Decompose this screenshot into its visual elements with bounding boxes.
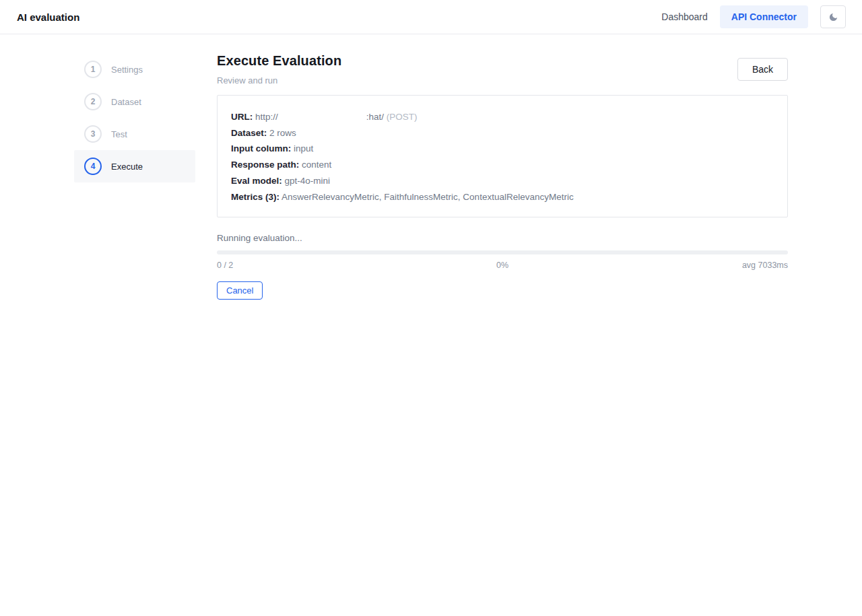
summary-eval-model-line: Eval model: gpt-4o-mini (231, 173, 774, 189)
page-title: Execute Evaluation (217, 53, 341, 69)
progress-avg-latency: avg 7033ms (597, 261, 788, 270)
progress-percent: 0% (407, 261, 598, 270)
step-number-badge: 3 (84, 125, 102, 143)
evaluation-summary-box: URL: http://:hat/ (POST) Dataset: 2 rows… (217, 95, 788, 217)
response-path-value: content (302, 160, 331, 170)
metrics-label: Metrics (3): (231, 192, 279, 202)
eval-model-value: gpt-4o-mini (285, 176, 331, 186)
url-suffix: :hat/ (366, 112, 384, 122)
app-title: AI evaluation (17, 11, 79, 23)
moon-icon (828, 12, 838, 22)
eval-model-label: Eval model: (231, 176, 282, 186)
nav-api-connector-button[interactable]: API Connector (720, 5, 808, 28)
theme-toggle-button[interactable] (820, 5, 846, 28)
main-content: Execute Evaluation Review and run Back U… (217, 53, 788, 300)
input-column-label: Input column: (231, 143, 291, 153)
progress-bar (217, 250, 788, 254)
running-status-text: Running evaluation... (217, 233, 788, 243)
back-button[interactable]: Back (737, 58, 788, 81)
top-nav: Dashboard API Connector (661, 5, 846, 28)
step-label: Dataset (111, 97, 141, 107)
summary-response-path-line: Response path: content (231, 157, 774, 173)
main-header: Execute Evaluation Review and run Back (217, 53, 788, 85)
summary-input-column-line: Input column: input (231, 141, 774, 157)
step-number-badge: 2 (84, 93, 102, 110)
url-scheme: http:// (255, 112, 278, 122)
sidebar-item-execute[interactable]: 4 Execute (74, 150, 195, 182)
sidebar-item-settings[interactable]: 1 Settings (74, 53, 195, 85)
dataset-value: 2 rows (269, 128, 296, 138)
url-label: URL: (231, 112, 253, 122)
page-subtitle: Review and run (217, 75, 341, 85)
summary-url-line: URL: http://:hat/ (POST) (231, 109, 774, 125)
step-label: Test (111, 129, 127, 139)
url-method: (POST) (387, 112, 418, 122)
cancel-button[interactable]: Cancel (217, 281, 263, 300)
input-column-value: input (294, 143, 313, 153)
title-block: Execute Evaluation Review and run (217, 53, 341, 85)
steps-sidebar: 1 Settings 2 Dataset 3 Test 4 Execute (74, 53, 195, 300)
page-body: 1 Settings 2 Dataset 3 Test 4 Execute Ex… (0, 34, 862, 300)
step-number-badge: 4 (84, 158, 102, 175)
metrics-value: AnswerRelevancyMetric, FaithfulnessMetri… (281, 192, 574, 202)
progress-stats: 0 / 2 0% avg 7033ms (217, 261, 788, 270)
dataset-label: Dataset: (231, 128, 267, 138)
top-bar: AI evaluation Dashboard API Connector (0, 0, 862, 34)
step-label: Execute (111, 162, 143, 172)
sidebar-item-test[interactable]: 3 Test (74, 118, 195, 150)
nav-dashboard-link[interactable]: Dashboard (661, 11, 708, 22)
response-path-label: Response path: (231, 160, 299, 170)
step-number-badge: 1 (84, 61, 102, 78)
sidebar-item-dataset[interactable]: 2 Dataset (74, 85, 195, 118)
summary-metrics-line: Metrics (3): AnswerRelevancyMetric, Fait… (231, 189, 774, 205)
progress-count: 0 / 2 (217, 261, 407, 270)
step-label: Settings (111, 65, 143, 75)
summary-dataset-line: Dataset: 2 rows (231, 125, 774, 141)
